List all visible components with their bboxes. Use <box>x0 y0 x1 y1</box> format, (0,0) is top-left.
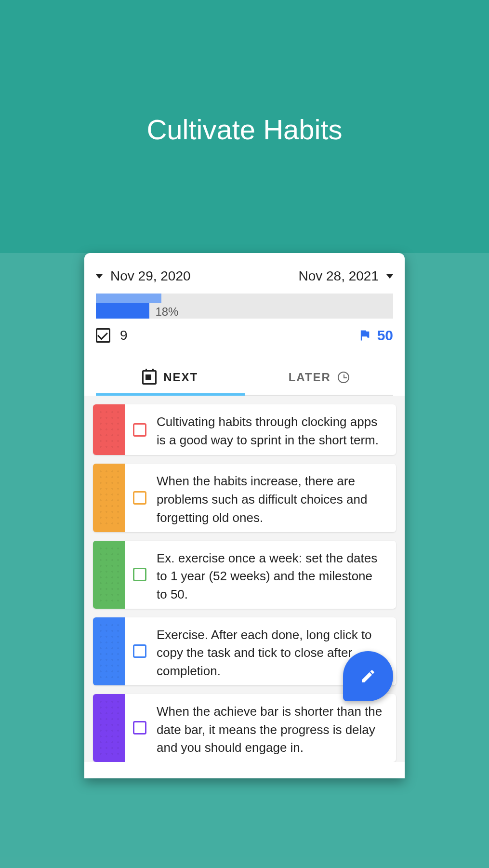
add-habit-fab[interactable] <box>343 651 393 701</box>
color-strip <box>93 464 125 532</box>
habit-text: Cultivating habits through clocking apps… <box>155 404 396 455</box>
dropdown-icon <box>386 274 393 279</box>
color-strip <box>93 617 125 685</box>
habit-checkbox[interactable] <box>133 423 146 437</box>
checkbox-checked-icon <box>96 328 110 343</box>
progress-bar: 18% <box>96 294 393 319</box>
start-date-selector[interactable]: Nov 29, 2020 <box>96 268 191 284</box>
end-date-label: Nov 28, 2021 <box>298 268 379 284</box>
checkbox-column <box>125 464 155 532</box>
page-title: Cultivate Habits <box>0 113 489 146</box>
dropdown-icon <box>96 274 103 279</box>
color-strip <box>93 404 125 455</box>
tabs: NEXT LATER <box>96 359 393 396</box>
milestone-count[interactable]: 50 <box>358 327 393 344</box>
habit-checkbox[interactable] <box>133 491 146 505</box>
tab-next[interactable]: NEXT <box>96 359 245 396</box>
habit-text: Ex. exercise once a week: set the dates … <box>155 541 396 609</box>
habit-text: When the habits increase, there are prob… <box>155 464 396 532</box>
stats-row: 9 50 <box>96 327 393 344</box>
habit-card[interactable]: When the achieve bar is shorter than the… <box>93 694 396 762</box>
flag-icon <box>358 329 371 342</box>
completed-value: 9 <box>120 328 128 343</box>
end-date-selector[interactable]: Nov 28, 2021 <box>298 268 393 284</box>
progress-percent-label: 18% <box>155 305 178 319</box>
habit-checkbox[interactable] <box>133 721 146 734</box>
checkbox-column <box>125 617 155 685</box>
habit-card[interactable]: Ex. exercise once a week: set the dates … <box>93 541 396 609</box>
color-strip <box>93 694 125 762</box>
checkbox-column <box>125 404 155 455</box>
app-screen: Nov 29, 2020 Nov 28, 2021 18% 9 50 <box>84 253 405 778</box>
completed-count: 9 <box>96 328 128 343</box>
progress-achieve-bar <box>96 303 149 319</box>
habit-card[interactable]: When the habits increase, there are prob… <box>93 464 396 532</box>
color-strip <box>93 541 125 609</box>
habit-checkbox[interactable] <box>133 644 146 658</box>
milestone-value: 50 <box>377 327 393 344</box>
habit-text: When the achieve bar is shorter than the… <box>155 694 396 762</box>
tab-next-label: NEXT <box>163 371 198 384</box>
calendar-icon <box>142 370 157 385</box>
habit-card[interactable]: Cultivating habits through clocking apps… <box>93 404 396 455</box>
start-date-label: Nov 29, 2020 <box>110 268 191 284</box>
habit-checkbox[interactable] <box>133 568 146 581</box>
header: Nov 29, 2020 Nov 28, 2021 18% 9 50 <box>84 253 405 396</box>
progress-date-bar <box>96 294 161 303</box>
tab-later-label: LATER <box>289 371 331 384</box>
clock-icon <box>338 372 349 383</box>
tab-underline-active <box>96 393 245 396</box>
tab-later[interactable]: LATER <box>245 359 394 396</box>
pencil-icon <box>360 668 376 684</box>
checkbox-column <box>125 694 155 762</box>
checkbox-column <box>125 541 155 609</box>
date-range-row: Nov 29, 2020 Nov 28, 2021 <box>96 268 393 284</box>
habit-list: Cultivating habits through clocking apps… <box>84 396 405 762</box>
